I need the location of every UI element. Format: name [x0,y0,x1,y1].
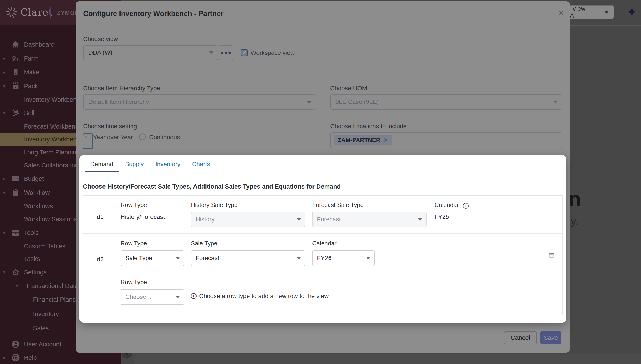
save-button[interactable]: Save [540,331,561,344]
toolbox-icon [11,228,20,237]
section-divider [83,75,562,75]
sparkle-icon[interactable]: ✦ [625,6,638,19]
chevron-down-icon [604,11,609,14]
chevron-right-icon: ▸ [3,355,6,360]
time-setting-label: Choose time setting [83,123,137,130]
chevron-down-icon: ▾ [3,270,6,275]
sidebar-item-help[interactable]: ▸ Help [0,351,121,364]
panel-heading: Choose History/Forecast Sale Types, Addi… [83,183,341,190]
background-content-band [134,354,641,364]
col-header-row-type: Row Type [121,279,147,286]
bottles-icon [11,82,20,90]
chevron-down-icon [418,218,422,221]
forecast-sale-type-select[interactable]: Forecast [312,212,427,227]
modal-header-divider [76,25,570,26]
workspace-view-checkbox[interactable]: ✓ [241,49,248,56]
radio-continuous-label: Continuous [149,134,180,141]
row-divider [83,275,562,275]
chip-remove-icon[interactable]: ✕ [383,137,388,144]
sale-type-select[interactable]: Forecast [191,250,305,266]
tab-charts[interactable]: Charts [187,155,215,172]
add-row-hint: i Choose a row type to add a new row to … [191,293,329,300]
chevron-right-icon: ▸ [3,56,6,61]
page-header-divider [570,25,641,26]
new-row-type-select[interactable]: Choose... [121,289,184,305]
chevron-down-icon: ▾ [3,190,6,196]
app-root: tive View: DDA ✦ n ly. Claret ZYMOE Dash… [0,0,641,364]
tab-bar: Demand Supply Inventory Charts [85,155,216,172]
row-type-value: History/Forecast [121,214,165,220]
col-header-sale-type: Sale Type [191,240,217,247]
chevron-down-icon [297,257,301,260]
modal-title: Configure Inventory Workbench - Partner [83,10,224,18]
col-header-forecast-sale-type: Forecast Sale Type [312,202,364,208]
row-id: d1 [97,214,104,220]
chevron-down-icon: ▾ [3,83,6,89]
item-hierarchy-select[interactable]: Default Item Hierarchy [83,94,316,110]
chevron-right-icon: ▸ [3,70,6,75]
row-divider [83,233,562,234]
tab-supply[interactable]: Supply [120,155,149,172]
handtruck-icon [11,109,20,117]
chevron-right-icon: ▸ [3,176,6,182]
user-icon [11,340,20,348]
calendar-select[interactable]: FY26 [312,250,375,266]
clipboard-icon [11,188,20,197]
home-icon [11,40,20,49]
location-chip[interactable]: ZAM-PARTNER ✕ [334,135,392,145]
locations-label: Choose Locations to include [330,123,407,130]
chevron-down-icon [366,257,371,260]
chevron-down-icon [307,101,311,104]
tab-demand[interactable]: Demand [85,155,119,172]
keg-icon [11,68,20,76]
sidebar-logo-divider [50,7,51,19]
choose-view-label: Choose view [83,36,118,42]
col-header-history-sale-type: History Sale Type [191,202,237,208]
chevron-down-icon: ▾ [3,230,6,236]
background-heading-fragment: n [568,188,581,211]
view-more-button[interactable] [218,45,233,60]
ellipsis-icon [221,52,223,54]
lifebuoy-icon [11,353,20,362]
close-icon[interactable]: ✕ [556,8,566,18]
col-header-row-type: Row Type [121,202,147,208]
chevron-down-icon [553,101,558,104]
info-icon[interactable]: i [463,203,469,209]
tab-divider [80,171,566,171]
locations-field[interactable]: ZAM-PARTNER ✕ [330,132,562,148]
demand-rows-table: d1 Row Type History/Forecast History Sal… [83,195,563,315]
tractor-icon [11,54,20,63]
radio-year-over-year[interactable] [83,134,93,149]
delete-row-icon[interactable] [548,251,555,260]
view-select[interactable]: DDA (W) [83,45,218,60]
info-icon: i [191,293,196,299]
uom-label: Choose UOM [330,85,367,92]
chevron-down-icon [176,296,180,298]
history-sale-type-select[interactable]: History [191,212,305,227]
row-id: d2 [97,256,104,263]
claret-logo-icon [6,6,18,19]
wallet-icon [11,174,20,183]
radio-year-over-year-label: Year over Year [93,134,133,141]
chevron-down-icon: ▾ [16,283,18,289]
workspace-view-label: Workspace view [251,50,295,56]
cancel-button[interactable]: Cancel [504,331,537,344]
chevron-down-icon: ▾ [3,110,6,116]
claret-logo-text: Claret [21,6,53,18]
demand-config-panel: Demand Supply Inventory Charts Choose Hi… [80,155,566,322]
col-header-row-type: Row Type [121,240,147,247]
chevron-down-icon [176,257,180,260]
col-header-calendar: Calendar i [435,202,469,209]
chevron-down-icon [297,218,301,221]
tab-inventory[interactable]: Inventory [150,155,185,172]
col-header-calendar: Calendar [312,240,337,247]
uom-select[interactable]: 9LE Case (9LE) [330,94,562,110]
calendar-value: FY25 [435,214,449,220]
radio-continuous[interactable] [139,134,146,140]
chevron-down-icon [209,52,213,54]
item-hierarchy-label: Choose Item Hierarchy Type [83,85,160,92]
row-type-select[interactable]: Sale Type [121,250,184,266]
gear-icon: ⚙ [11,268,20,276]
